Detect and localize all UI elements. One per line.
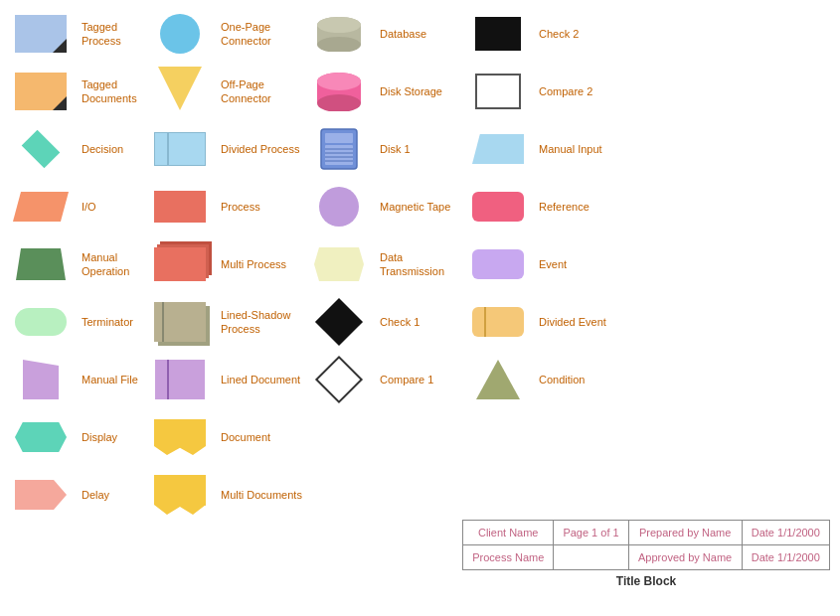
list-item: Decision	[6, 121, 145, 177]
disk1-shape	[319, 127, 359, 171]
manual-file-shape	[23, 360, 59, 399]
prepared-by-cell: Prepared by Name	[628, 521, 742, 545]
column-4: Check 2 Compare 2 Manual Input Reference…	[463, 6, 647, 523]
list-item: Process	[145, 179, 304, 234]
list-item: Delay	[6, 467, 145, 523]
compare1-label: Compare 1	[380, 373, 439, 386]
magnetic-tape-label: Magnetic Tape	[380, 200, 450, 214]
process-label: Process	[221, 200, 280, 214]
manual-operation-label: Manual Operation	[82, 250, 145, 279]
list-item: Manual File	[6, 352, 145, 407]
magnetic-tape-shape	[319, 187, 359, 227]
list-item: Compare 2	[463, 64, 647, 119]
list-item: One-Page Connector	[145, 6, 304, 62]
list-item: Divided Process	[145, 121, 304, 177]
reference-shape	[472, 192, 524, 222]
multi-documents-label: Multi Documents	[221, 488, 302, 502]
manual-operation-shape	[16, 248, 66, 280]
lined-shadow-process-label: Lined-Shadow Process	[221, 308, 304, 337]
tagged-documents-label: Tagged Documents	[82, 77, 145, 106]
condition-shape	[476, 360, 520, 399]
divided-event-shape	[472, 307, 524, 337]
list-item: Lined-Shadow Process	[145, 294, 304, 350]
check2-label: Check 2	[539, 27, 598, 41]
check1-shape	[315, 298, 363, 346]
off-page-connector-label: Off-Page Connector	[221, 77, 304, 106]
tagged-process-shape	[15, 15, 67, 53]
database-shape	[314, 16, 364, 52]
title-block-table: Client Name Page 1 of 1 Prepared by Name…	[462, 520, 830, 570]
event-shape	[472, 249, 524, 279]
empty-cell	[554, 545, 628, 570]
client-name-cell: Client Name	[463, 521, 554, 545]
manual-file-label: Manual File	[82, 373, 141, 386]
compare2-shape	[475, 74, 521, 109]
compare1-shape	[315, 356, 363, 403]
svg-point-7	[317, 73, 361, 90]
tagged-documents-shape	[15, 73, 67, 110]
list-item: Lined Document	[145, 352, 304, 407]
shapes-grid: Tagged Process Tagged Documents Decision…	[0, 0, 840, 523]
multi-documents-shape	[154, 475, 206, 515]
list-item: Disk 1	[304, 121, 463, 177]
list-item: I/O	[6, 179, 145, 234]
one-page-connector-shape	[160, 14, 200, 54]
title-block-label: Title Block	[462, 574, 830, 588]
disk1-label: Disk 1	[380, 142, 439, 156]
decision-shape	[22, 130, 61, 169]
tagged-process-label: Tagged Process	[82, 20, 145, 49]
list-item: Document	[145, 409, 304, 465]
list-item: Divided Event	[463, 294, 647, 350]
document-label: Document	[221, 430, 280, 444]
lined-document-shape	[155, 360, 205, 399]
divided-process-label: Divided Process	[221, 142, 299, 156]
process-shape	[154, 191, 206, 223]
page-cell: Page 1 of 1	[554, 521, 628, 545]
reference-label: Reference	[539, 200, 598, 214]
approved-by-cell: Approved by Name	[628, 545, 742, 570]
list-item: Reference	[463, 179, 647, 234]
lined-document-label: Lined Document	[221, 373, 300, 386]
check1-label: Check 1	[380, 315, 439, 329]
display-label: Display	[82, 430, 141, 444]
list-item: Multi Process	[145, 236, 304, 292]
list-item: Database	[304, 6, 463, 62]
condition-label: Condition	[539, 373, 598, 386]
list-item: Manual Input	[463, 121, 647, 177]
list-item: Display	[6, 409, 145, 465]
svg-point-3	[317, 17, 361, 33]
list-item: Manual Operation	[6, 236, 145, 292]
disk-storage-shape	[314, 72, 364, 111]
divided-process-shape	[154, 132, 206, 166]
svg-rect-10	[325, 145, 353, 165]
list-item: Compare 1	[304, 352, 463, 407]
column-1: Tagged Process Tagged Documents Decision…	[6, 6, 145, 523]
date1-cell: Date 1/1/2000	[742, 521, 829, 545]
delay-label: Delay	[82, 488, 141, 502]
manual-input-shape	[472, 134, 524, 164]
title-block: Client Name Page 1 of 1 Prepared by Name…	[462, 520, 830, 588]
date2-cell: Date 1/1/2000	[742, 545, 829, 570]
list-item: Disk Storage	[304, 64, 463, 119]
list-item: Check 2	[463, 6, 647, 62]
list-item: Tagged Process	[6, 6, 145, 62]
list-item: Off-Page Connector	[145, 64, 304, 119]
data-transmission-label: Data Transmission	[380, 250, 463, 279]
check2-shape	[475, 17, 521, 51]
manual-input-label: Manual Input	[539, 142, 602, 156]
delay-shape	[15, 480, 67, 510]
list-item: Terminator	[6, 294, 145, 350]
column-2: One-Page Connector Off-Page Connector Di…	[145, 6, 304, 523]
list-item: Check 1	[304, 294, 463, 350]
io-label: I/O	[82, 200, 141, 214]
display-shape	[15, 422, 67, 452]
divided-event-label: Divided Event	[539, 315, 606, 329]
multi-process-shape	[154, 247, 206, 281]
terminator-label: Terminator	[82, 315, 141, 329]
document-shape	[154, 419, 206, 455]
svg-rect-9	[325, 133, 353, 143]
terminator-shape	[15, 308, 67, 336]
disk-storage-label: Disk Storage	[380, 84, 442, 98]
one-page-connector-label: One-Page Connector	[221, 20, 304, 49]
list-item: Multi Documents	[145, 467, 304, 523]
